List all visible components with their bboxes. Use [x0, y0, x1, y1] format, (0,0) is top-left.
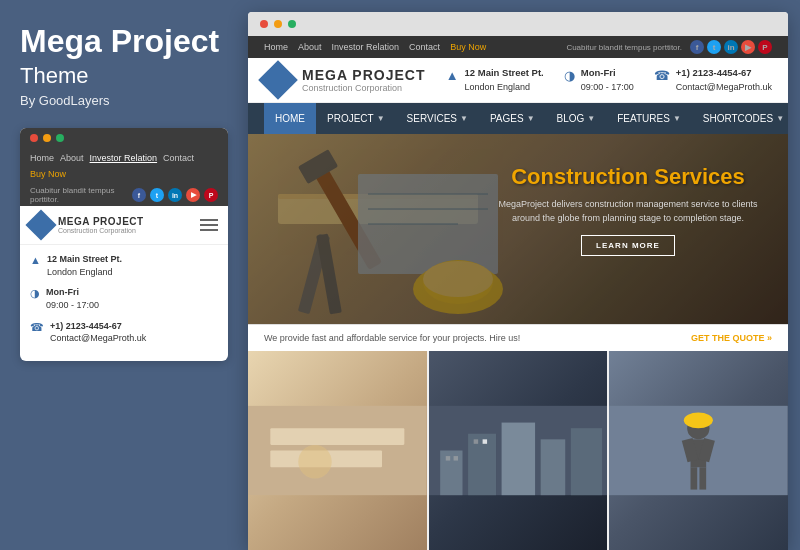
header-hours: ◑ Mon-Fri 09:00 - 17:00 [564, 66, 634, 94]
hero-description: MegaProject delivers construction manage… [498, 198, 758, 225]
site-topbar-nav: Home About Investor Relation Contact Buy… [264, 42, 486, 52]
nav-project[interactable]: PROJECT ▼ [316, 103, 396, 134]
nav-blog[interactable]: BLOG ▼ [546, 103, 607, 134]
header-address-text: 12 Main Street Pt. London England [465, 66, 544, 94]
svg-rect-14 [270, 428, 404, 445]
mobile-preview-card: Home About Investor Relation Contact Buy… [20, 128, 228, 361]
nav-home[interactable]: HOME [264, 103, 316, 134]
mobile-nav-contact[interactable]: Contact [163, 153, 194, 163]
social-youtube[interactable]: ▶ [186, 188, 200, 202]
browser-dot-green [288, 20, 296, 28]
site-topbar-right: Cuabitur blandit tempus porttitor. f t i… [566, 40, 772, 54]
browser-window: Home About Investor Relation Contact Buy… [248, 12, 788, 550]
hero-title: Construction Services [498, 164, 758, 190]
header-address: ▲ 12 Main Street Pt. London England [446, 66, 544, 94]
dot-red [30, 134, 38, 142]
nav-services[interactable]: SERVICES ▼ [396, 103, 479, 134]
mobile-nav-bar: Home About Investor Relation Contact Buy… [20, 148, 228, 184]
site-social: f t in ▶ P [690, 40, 772, 54]
site-logo-text: MEGA PROJECT Construction Corporation [302, 67, 426, 93]
mobile-nav-buynow[interactable]: Buy Now [30, 169, 66, 179]
hamburger-icon[interactable] [200, 219, 218, 231]
left-panel: Mega Project Theme By GoodLayers Home Ab… [0, 0, 248, 550]
mobile-topbar-text: Cuabitur blandit tempus porttitor. f t i… [20, 184, 228, 206]
svg-point-34 [684, 413, 713, 429]
site-topbar: Home About Investor Relation Contact Buy… [248, 36, 788, 58]
topbar-home[interactable]: Home [264, 42, 288, 52]
site-social-pi[interactable]: P [758, 40, 772, 54]
site-social-li[interactable]: in [724, 40, 738, 54]
get-quote-button[interactable]: GET THE QUOTE » [691, 333, 772, 343]
svg-rect-24 [453, 456, 457, 460]
quote-bar: We provide fast and affordable service f… [248, 324, 788, 351]
mobile-header: MEGA PROJECT Construction Corporation [20, 206, 228, 245]
site-thumbnails [248, 351, 788, 550]
header-phone-number: +1) 2123-4454-67 [676, 67, 752, 78]
site-logo-sub: Construction Corporation [302, 83, 426, 93]
topbar-about[interactable]: About [298, 42, 322, 52]
mobile-nav-home[interactable]: Home [30, 153, 54, 163]
mobile-logo-text: MEGA PROJECT Construction Corporation [58, 216, 144, 234]
browser-dot-yellow [274, 20, 282, 28]
header-hours-label: Mon-Fri [581, 67, 616, 78]
mobile-nav-investor[interactable]: Investor Relation [90, 153, 158, 163]
header-phone-icon: ☎ [654, 68, 670, 83]
mobile-phone-number: +1) 2123-4454-67 [50, 321, 122, 331]
thumbnail-1[interactable] [248, 351, 427, 550]
svg-point-16 [298, 445, 332, 479]
svg-rect-18 [440, 451, 462, 496]
nav-services-arrow: ▼ [460, 114, 468, 123]
nav-pages[interactable]: PAGES ▼ [479, 103, 546, 134]
location-icon: ▲ [30, 254, 41, 266]
site-social-tw[interactable]: t [707, 40, 721, 54]
theme-subtitle: Theme [20, 63, 228, 89]
mobile-address-city: London England [47, 267, 113, 277]
clock-icon: ◑ [30, 287, 40, 300]
hamburger-line-3 [200, 229, 218, 231]
mobile-nav-about[interactable]: About [60, 153, 84, 163]
nav-features-arrow: ▼ [673, 114, 681, 123]
topbar-investor[interactable]: Investor Relation [332, 42, 400, 52]
nav-features[interactable]: FEATURES ▼ [606, 103, 692, 134]
mobile-phone-text: +1) 2123-4454-67 Contact@MegaProth.uk [50, 320, 146, 345]
nav-shortcodes[interactable]: SHORTCODES ▼ [692, 103, 788, 134]
mobile-phone-row: ☎ +1) 2123-4454-67 Contact@MegaProth.uk [30, 320, 218, 345]
hero-learn-more-button[interactable]: LEARN MORE [581, 235, 675, 256]
topbar-buynow[interactable]: Buy Now [450, 42, 486, 52]
mobile-logo-sub: Construction Corporation [58, 227, 144, 234]
nav-blog-arrow: ▼ [587, 114, 595, 123]
svg-rect-33 [700, 467, 707, 489]
browser-topbar [248, 12, 788, 36]
social-twitter[interactable]: t [150, 188, 164, 202]
svg-rect-19 [468, 434, 496, 495]
mobile-hours-row: ◑ Mon-Fri 09:00 - 17:00 [30, 286, 218, 311]
thumb-2-illustration [429, 351, 608, 550]
thumbnail-2[interactable] [429, 351, 608, 550]
mobile-logo-main: MEGA PROJECT [58, 216, 144, 227]
site-social-yt[interactable]: ▶ [741, 40, 755, 54]
site-social-fb[interactable]: f [690, 40, 704, 54]
thumbnail-3[interactable] [609, 351, 788, 550]
header-clock-icon: ◑ [564, 68, 575, 83]
social-pinterest[interactable]: P [204, 188, 218, 202]
mobile-hours-time: 09:00 - 17:00 [46, 300, 99, 310]
social-linkedin[interactable]: in [168, 188, 182, 202]
svg-rect-22 [570, 428, 601, 495]
social-facebook[interactable]: f [132, 188, 146, 202]
mobile-logo-diamond [25, 210, 56, 241]
mobile-phone-email: Contact@MegaProth.uk [50, 333, 146, 343]
hero-section: Construction Services MegaProject delive… [248, 134, 788, 324]
svg-rect-25 [473, 439, 477, 443]
theme-author: By GoodLayers [20, 93, 228, 108]
theme-name: Mega Project [20, 24, 228, 59]
svg-rect-20 [501, 423, 535, 496]
topbar-contact[interactable]: Contact [409, 42, 440, 52]
browser-dot-red [260, 20, 268, 28]
mobile-address-label: 12 Main Street Pt. [47, 254, 122, 264]
site-logo-diamond [258, 60, 298, 100]
svg-rect-26 [482, 439, 486, 443]
nav-shortcodes-arrow: ▼ [776, 114, 784, 123]
site-logo-main: MEGA PROJECT [302, 67, 426, 83]
mobile-hours-text: Mon-Fri 09:00 - 17:00 [46, 286, 99, 311]
svg-rect-21 [540, 439, 565, 495]
